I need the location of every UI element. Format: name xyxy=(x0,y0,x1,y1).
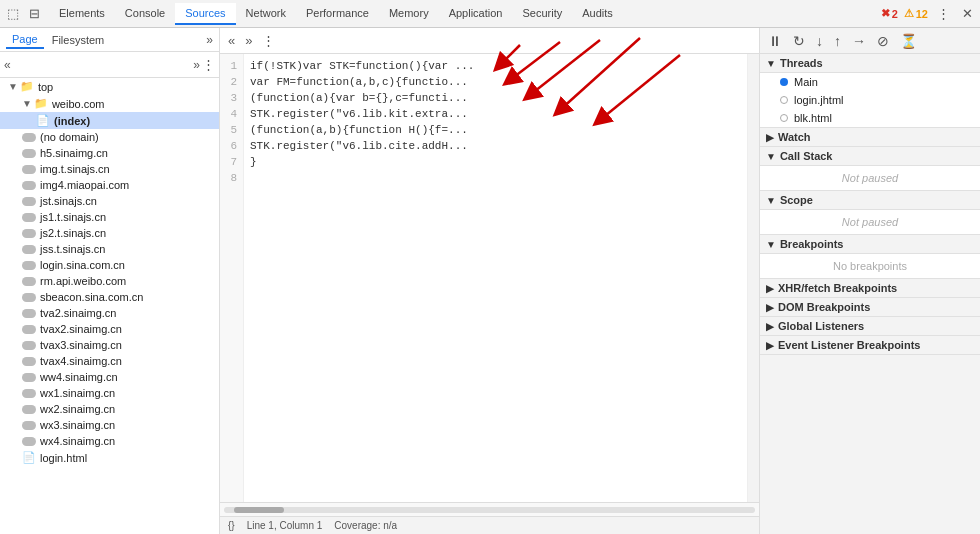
tab-audits[interactable]: Audits xyxy=(572,3,623,25)
deactivate-btn[interactable]: ⊘ xyxy=(873,31,893,51)
tree-label: jst.sinajs.cn xyxy=(40,195,97,207)
tree-item[interactable]: ▼📁weibo.com xyxy=(0,95,219,112)
sidebar-collapse-icon[interactable]: « xyxy=(4,58,11,72)
tree-item[interactable]: wx3.sinaimg.cn xyxy=(0,417,219,433)
tree-item[interactable]: jss.t.sinajs.cn xyxy=(0,241,219,257)
editor-options-icon[interactable]: ⋮ xyxy=(258,31,279,50)
format-icon[interactable]: {} xyxy=(228,520,235,531)
thread-item[interactable]: blk.html xyxy=(760,109,980,127)
tab-application[interactable]: Application xyxy=(439,3,513,25)
async-btn[interactable]: ⏳ xyxy=(896,31,921,51)
tree-item[interactable]: 📄login.html xyxy=(0,449,219,466)
cloud-icon xyxy=(22,261,36,270)
tab-network[interactable]: Network xyxy=(236,3,296,25)
thread-item[interactable]: login.jhtml xyxy=(760,91,980,109)
tree-label: js2.t.sinajs.cn xyxy=(40,227,106,239)
tree-item[interactable]: sbeacon.sina.com.cn xyxy=(0,289,219,305)
code-content[interactable]: if(!STK)var STK=function(){var ...var FM… xyxy=(244,54,747,502)
tab-elements[interactable]: Elements xyxy=(49,3,115,25)
section-arrow-scope: ▼ xyxy=(766,195,776,206)
tree-item[interactable]: 📄(index) xyxy=(0,112,219,129)
tab-console[interactable]: Console xyxy=(115,3,175,25)
warn-count[interactable]: ⚠ 12 xyxy=(904,7,928,20)
cloud-icon xyxy=(22,213,36,222)
cloud-icon xyxy=(22,293,36,302)
section-arrow-global: ▶ xyxy=(766,321,774,332)
tree-label: js1.t.sinajs.cn xyxy=(40,211,106,223)
tree-item[interactable]: rm.api.weibo.com xyxy=(0,273,219,289)
section-header-dom[interactable]: ▶DOM Breakpoints xyxy=(760,298,980,317)
editor-back-icon[interactable]: « xyxy=(224,31,239,50)
editor-forward-icon[interactable]: » xyxy=(241,31,256,50)
tree-item[interactable]: wx1.sinaimg.cn xyxy=(0,385,219,401)
code-line: STK.register("v6.lib.kit.extra... xyxy=(250,106,741,122)
section-header-event[interactable]: ▶Event Listener Breakpoints xyxy=(760,336,980,355)
cloud-icon xyxy=(22,245,36,254)
error-count[interactable]: ✖ 2 xyxy=(881,7,898,20)
tree-item[interactable]: tvax2.sinaimg.cn xyxy=(0,321,219,337)
tree-item[interactable]: (no domain) xyxy=(0,129,219,145)
tree-label: rm.api.weibo.com xyxy=(40,275,126,287)
tree-item[interactable]: js1.t.sinajs.cn xyxy=(0,209,219,225)
tab-performance[interactable]: Performance xyxy=(296,3,379,25)
tab-filesystem[interactable]: Filesystem xyxy=(46,32,111,48)
tree-item[interactable]: img.t.sinajs.cn xyxy=(0,161,219,177)
device-icon[interactable]: ⊟ xyxy=(26,4,43,23)
tab-security[interactable]: Security xyxy=(512,3,572,25)
tree-item[interactable]: js2.t.sinajs.cn xyxy=(0,225,219,241)
close-icon[interactable]: ✕ xyxy=(959,4,976,23)
section-arrow-event: ▶ xyxy=(766,340,774,351)
step-into-btn[interactable]: ↓ xyxy=(812,31,827,51)
vertical-scrollbar[interactable] xyxy=(747,54,759,502)
tab-page[interactable]: Page xyxy=(6,31,44,49)
warn-icon: ⚠ xyxy=(904,7,914,20)
hscroll-thumb[interactable] xyxy=(234,507,284,513)
tree-item[interactable]: h5.sinaimg.cn xyxy=(0,145,219,161)
cloud-icon xyxy=(22,373,36,382)
tree-label: img.t.sinajs.cn xyxy=(40,163,110,175)
status-bar: {} Line 1, Column 1 Coverage: n/a xyxy=(220,516,759,534)
tab-sources[interactable]: Sources xyxy=(175,3,235,25)
tree-item[interactable]: tvax4.sinaimg.cn xyxy=(0,353,219,369)
section-header-global[interactable]: ▶Global Listeners xyxy=(760,317,980,336)
section-body-breakpoints: No breakpoints xyxy=(760,254,980,279)
thread-item[interactable]: Main xyxy=(760,73,980,91)
section-event: ▶Event Listener Breakpoints xyxy=(760,336,980,355)
editor-toolbar: « » ⋮ xyxy=(220,28,759,54)
inspect-icon[interactable]: ⬚ xyxy=(4,4,22,23)
section-watch: ▶Watch xyxy=(760,128,980,147)
section-breakpoints: ▼BreakpointsNo breakpoints xyxy=(760,235,980,279)
section-header-watch[interactable]: ▶Watch xyxy=(760,128,980,147)
section-arrow-dom: ▶ xyxy=(766,302,774,313)
code-area[interactable]: 12345678 if(!STK)var STK=function(){var … xyxy=(220,54,759,502)
tree-label: tva2.sinaimg.cn xyxy=(40,307,116,319)
more-icon[interactable]: ⋮ xyxy=(934,4,953,23)
tree-item[interactable]: tvax3.sinaimg.cn xyxy=(0,337,219,353)
sidebar-more[interactable]: » xyxy=(206,33,213,47)
tree-item[interactable]: wx2.sinaimg.cn xyxy=(0,401,219,417)
cloud-icon xyxy=(22,389,36,398)
tab-memory[interactable]: Memory xyxy=(379,3,439,25)
horizontal-scrollbar[interactable] xyxy=(220,502,759,516)
tree-item[interactable]: wx4.sinaimg.cn xyxy=(0,433,219,449)
tree-item[interactable]: img4.miaopai.com xyxy=(0,177,219,193)
section-header-call-stack[interactable]: ▼Call Stack xyxy=(760,147,980,166)
tree-label: (index) xyxy=(54,115,90,127)
pause-btn[interactable]: ⏸ xyxy=(764,31,786,51)
section-header-scope[interactable]: ▼Scope xyxy=(760,191,980,210)
step-over-btn[interactable]: ↻ xyxy=(789,31,809,51)
step-btn[interactable]: → xyxy=(848,31,870,51)
tree-item[interactable]: login.sina.com.cn xyxy=(0,257,219,273)
tree-item[interactable]: tva2.sinaimg.cn xyxy=(0,305,219,321)
tree-item[interactable]: ww4.sinaimg.cn xyxy=(0,369,219,385)
tree-item[interactable]: jst.sinajs.cn xyxy=(0,193,219,209)
tree-label: wx3.sinaimg.cn xyxy=(40,419,115,431)
section-header-breakpoints[interactable]: ▼Breakpoints xyxy=(760,235,980,254)
section-header-xhr[interactable]: ▶XHR/fetch Breakpoints xyxy=(760,279,980,298)
right-panel: ⏸ ↻ ↓ ↑ → ⊘ ⏳ ▼ThreadsMainlogin.jhtmlblk… xyxy=(760,28,980,534)
step-out-btn[interactable]: ↑ xyxy=(830,31,845,51)
tree-item[interactable]: ▼📁top xyxy=(0,78,219,95)
section-header-threads[interactable]: ▼Threads xyxy=(760,54,980,73)
sidebar-expand-icon[interactable]: » xyxy=(193,58,200,72)
sidebar-options-icon[interactable]: ⋮ xyxy=(202,57,215,72)
